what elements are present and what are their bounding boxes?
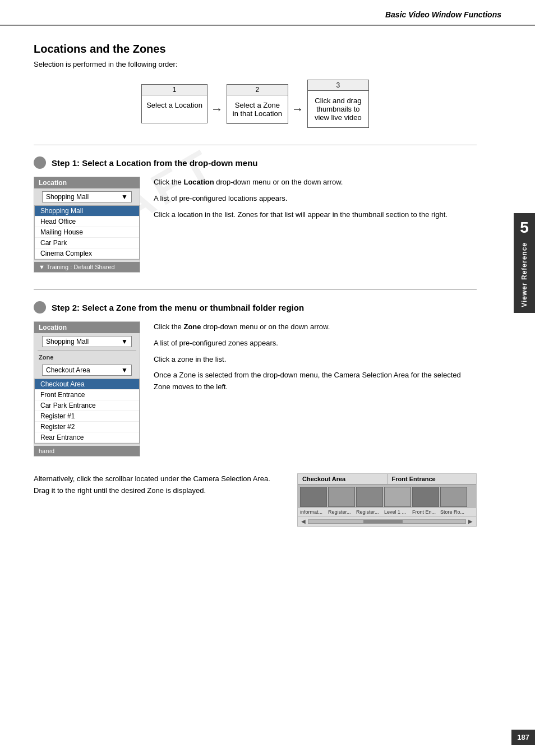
thumbnail-scrollbar: ◀ ▶ <box>298 516 476 526</box>
step2-zone-arrow: ▼ <box>121 366 128 374</box>
thumb-labels-row: informat... Register... Register... Leve… <box>298 508 476 516</box>
thumbnails-row <box>298 485 476 508</box>
flow-box-1-num: 1 <box>142 85 207 95</box>
thumb-2 <box>328 487 355 507</box>
step2-location-label: Location <box>34 322 140 333</box>
scroll-left-arrow[interactable]: ◀ <box>301 518 306 524</box>
flow-box-2: 2 Select a Zonein that Location <box>227 84 288 124</box>
step1-list-item-4[interactable]: Cinema Complex <box>35 248 139 259</box>
main-content: Locations and the Zones Selection is per… <box>0 26 510 560</box>
scroll-right-arrow[interactable]: ▶ <box>468 518 473 524</box>
thumb-label-1: informat... <box>300 509 327 515</box>
step1-p3: Click a location in the list. Zones for … <box>154 209 477 221</box>
step2-zone-item-1[interactable]: Front Entrance <box>35 390 139 400</box>
flow-diagram: 1 Select a Location → 2 Select a Zonein … <box>141 80 369 128</box>
side-tab: 5 Viewer Reference <box>514 213 535 313</box>
thumb-5 <box>412 487 439 507</box>
step1-circle <box>34 156 46 169</box>
step2-circle <box>34 301 46 314</box>
section-title: Locations and the Zones <box>34 43 477 56</box>
step1-title: Step 1: Select a Location from the drop-… <box>52 158 258 168</box>
step2-p1: Click the Zone drop-down menu or on the … <box>154 321 477 333</box>
divider-2 <box>34 289 477 290</box>
section-subtitle: Selection is performed in the following … <box>34 60 477 68</box>
step1-text: Click the Location drop-down menu or on … <box>154 177 477 273</box>
step1-dropdown-arrow: ▼ <box>121 193 128 201</box>
thumb-label-2: Register... <box>328 509 355 515</box>
flow-arrow-1: → <box>211 91 223 117</box>
thumb-label-4: Level 1 ... <box>384 509 411 515</box>
step1-list-item-2[interactable]: Mailing House <box>35 227 139 238</box>
step2-zone-label: Zone <box>38 350 136 362</box>
step1-ui-mock: Location Shopping Mall ▼ Shopping Mall H… <box>34 177 140 273</box>
thumb-3 <box>356 487 383 507</box>
scroll-track[interactable] <box>308 519 466 524</box>
step1-p2: A list of pre-configured locations appea… <box>154 193 477 205</box>
flow-box-2-text: Select a Zonein that Location <box>227 95 288 123</box>
step1-location-label: Location <box>34 177 140 188</box>
flow-box-1-text: Select a Location <box>142 95 207 115</box>
step2-location-dropdown[interactable]: Shopping Mall ▼ <box>42 336 132 347</box>
scroll-thumb <box>363 520 403 523</box>
step1-footer: ▼ Training : Default Shared <box>34 262 140 272</box>
flow-box-1: 1 Select a Location <box>141 84 207 123</box>
step2-zone-item-3[interactable]: Register #1 <box>35 411 139 422</box>
step2-zone-value: Checkout Area <box>46 366 90 374</box>
thumb-4 <box>384 487 411 507</box>
flow-box-3-text: Click and dragthumbnails toview live vid… <box>308 91 368 127</box>
bottom-text: Alternatively, click the scrollbar locat… <box>34 473 284 497</box>
flow-box-3-num: 3 <box>308 80 368 91</box>
step1-p1: Click the Location drop-down menu or on … <box>154 177 477 188</box>
step1-list-item-0[interactable]: Shopping Mall <box>35 206 139 216</box>
step2-section: Location Shopping Mall ▼ Zone Checkout A… <box>34 321 477 457</box>
step2-zone-list: Checkout Area Front Entrance Car Park En… <box>34 379 140 444</box>
step2-zone-item-0[interactable]: Checkout Area <box>35 379 139 390</box>
page-number: 187 <box>511 730 535 745</box>
flow-arrow-2: → <box>292 91 304 117</box>
step2-zone-item-5[interactable]: Rear Entrance <box>35 432 139 443</box>
tab-label: Viewer Reference <box>520 242 528 307</box>
step2-ui-mock: Location Shopping Mall ▼ Zone Checkout A… <box>34 321 140 457</box>
step2-p4: Once a Zone is selected from the drop-do… <box>154 370 477 393</box>
step1-section: Location Shopping Mall ▼ Shopping Mall H… <box>34 177 477 273</box>
thumb-label-checkout: Checkout Area <box>298 474 388 484</box>
step1-list: Shopping Mall Head Office Mailing House … <box>34 205 140 260</box>
thumbnail-header: Checkout Area Front Entrance <box>298 474 476 485</box>
step2-p2: A list of pre-configured zones appears. <box>154 338 477 349</box>
step2-title: Step 2: Select a Zone from the menu or t… <box>52 303 304 312</box>
step2-zone-dropdown[interactable]: Checkout Area ▼ <box>42 365 132 376</box>
thumb-1 <box>300 487 327 507</box>
step2-heading: Step 2: Select a Zone from the menu or t… <box>34 301 477 314</box>
thumb-label-5: Front En... <box>412 509 439 515</box>
step1-heading: Step 1: Select a Location from the drop-… <box>34 156 477 169</box>
thumbnail-area: Checkout Area Front Entrance informat...… <box>297 473 477 527</box>
step2-zone-item-2[interactable]: Car Park Entrance <box>35 400 139 411</box>
step2-footer: hared <box>34 446 140 456</box>
divider-1 <box>34 145 477 145</box>
step1-list-item-1[interactable]: Head Office <box>35 216 139 227</box>
header-title: Basic Video Window Functions <box>385 10 501 19</box>
step2-zone-item-4[interactable]: Register #2 <box>35 422 139 432</box>
thumb-label-3: Register... <box>356 509 383 515</box>
step1-dropdown-value: Shopping Mall <box>46 193 89 201</box>
bottom-section: Alternatively, click the scrollbar locat… <box>34 473 477 527</box>
step2-p3: Click a zone in the list. <box>154 354 477 366</box>
step2-location-value: Shopping Mall <box>46 338 89 345</box>
flow-box-2-num: 2 <box>227 85 288 95</box>
thumb-label-front: Front Entrance <box>388 474 477 484</box>
page-header: Basic Video Window Functions <box>0 0 535 26</box>
thumb-label-6: Store Ro... <box>440 509 467 515</box>
flow-box-3: 3 Click and dragthumbnails toview live v… <box>307 80 369 128</box>
tab-number: 5 <box>520 219 529 237</box>
step2-text: Click the Zone drop-down menu or on the … <box>154 321 477 457</box>
step1-list-item-3[interactable]: Car Park <box>35 238 139 248</box>
step2-location-arrow: ▼ <box>121 338 128 345</box>
step1-dropdown[interactable]: Shopping Mall ▼ <box>42 191 132 202</box>
thumb-6 <box>440 487 467 507</box>
